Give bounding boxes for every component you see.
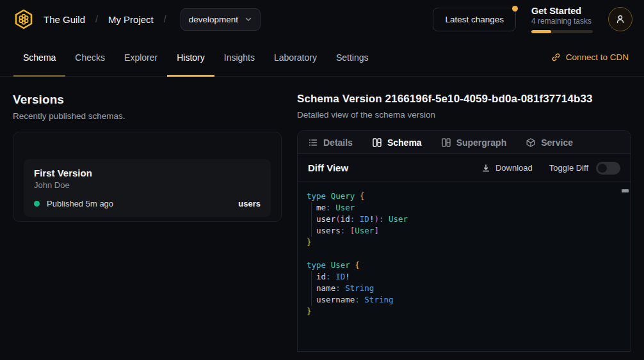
version-status: Published 5m ago [47, 199, 113, 208]
version-author: John Doe [34, 180, 261, 190]
code-line: username: String [307, 294, 622, 306]
code-line: name: String [307, 283, 622, 294]
diff-card: Details Schema Supergr [297, 130, 631, 352]
top-header: The Guild / My Project / development Lat… [0, 0, 644, 38]
code-line: user(id: ID!): User [307, 214, 622, 225]
detail-tab-schema[interactable]: Schema [372, 137, 422, 148]
target-selector-value: development [189, 15, 238, 24]
code-line [307, 248, 622, 260]
avatar-button[interactable] [608, 7, 632, 31]
schema-version-title: Schema Version 2166196f-5e10-4059-bd0a-0… [297, 93, 631, 106]
person-icon [615, 13, 626, 25]
latest-changes-label: Latest changes [445, 15, 504, 24]
code-line: } [307, 306, 622, 317]
schema-code-viewer[interactable]: type Query { me: User user(id: ID!): Use… [298, 182, 631, 351]
nav-tab-schema[interactable]: Schema [13, 38, 65, 76]
switch-knob [598, 164, 607, 173]
version-list-item[interactable]: First Version John Doe Published 5m ago … [24, 159, 271, 217]
latest-changes-button[interactable]: Latest changes [433, 8, 516, 31]
published-status-dot [34, 201, 40, 207]
toggle-diff-label: Toggle Diff [549, 163, 588, 173]
detail-tab-supergraph[interactable]: Supergraph [441, 137, 507, 148]
main-content: Versions Recently published schemas. Fir… [0, 77, 644, 352]
diff-view-title: Diff View [308, 162, 348, 173]
nav-tab-history[interactable]: History [167, 38, 214, 76]
nav-tab-settings[interactable]: Settings [326, 38, 378, 76]
version-detail-panel: Schema Version 2166196f-5e10-4059-bd0a-0… [297, 77, 631, 352]
list-icon [308, 137, 318, 148]
columns-icon [441, 137, 451, 148]
versions-panel: Versions Recently published schemas. Fir… [13, 77, 282, 352]
columns-icon [372, 137, 382, 148]
detail-tab-service[interactable]: Service [526, 137, 573, 148]
code-line: type User { [307, 260, 622, 271]
connect-to-cdn-link[interactable]: Connect to CDN [551, 38, 629, 76]
progress-fill [531, 30, 551, 33]
code-line: } [307, 237, 622, 248]
download-icon [481, 164, 490, 173]
chevron-down-icon [245, 15, 252, 23]
versions-subtitle: Recently published schemas. [13, 111, 282, 121]
nav-tab-insights[interactable]: Insights [214, 38, 264, 76]
schema-code: type Query { me: User user(id: ID!): Use… [307, 191, 622, 317]
nav-tab-explorer[interactable]: Explorer [115, 38, 167, 76]
versions-title: Versions [13, 93, 282, 107]
target-selector-dropdown[interactable]: development [181, 8, 261, 31]
code-line: id: ID! [307, 271, 622, 283]
versions-card: First Version John Doe Published 5m ago … [13, 132, 282, 222]
code-line: type Query { [307, 191, 622, 202]
link-icon [551, 52, 561, 62]
toggle-diff-switch[interactable] [596, 162, 620, 175]
cube-icon [526, 137, 536, 148]
get-started-widget[interactable]: Get Started 4 remaining tasks [531, 6, 593, 33]
get-started-progress-bar [531, 30, 593, 33]
get-started-subtitle: 4 remaining tasks [531, 17, 593, 26]
breadcrumb-separator: / [93, 14, 101, 24]
breadcrumb-separator: / [161, 14, 169, 24]
code-line: me: User [307, 202, 622, 214]
connect-to-cdn-label: Connect to CDN [566, 52, 629, 62]
schema-version-subtitle: Detailed view of the schema version [297, 110, 631, 120]
version-title: First Version [34, 168, 261, 178]
primary-nav: Schema Checks Explorer History Insights … [0, 38, 644, 77]
nav-tab-laboratory[interactable]: Laboratory [264, 38, 326, 76]
diff-header: Diff View Download Toggle Diff [298, 154, 631, 182]
detail-tabs: Details Schema Supergr [298, 131, 631, 154]
nav-tab-checks[interactable]: Checks [65, 38, 115, 76]
detail-tab-details[interactable]: Details [308, 137, 353, 148]
get-started-title: Get Started [531, 6, 593, 16]
download-button[interactable]: Download [481, 163, 533, 173]
project-breadcrumb[interactable]: My Project [108, 14, 154, 25]
code-scrollbar-thumb[interactable] [622, 189, 629, 192]
notification-dot [512, 6, 518, 12]
org-breadcrumb[interactable]: The Guild [44, 14, 85, 25]
code-line: users: [User] [307, 225, 622, 237]
hive-logo-icon[interactable] [12, 7, 36, 31]
service-badge: users [238, 199, 261, 208]
